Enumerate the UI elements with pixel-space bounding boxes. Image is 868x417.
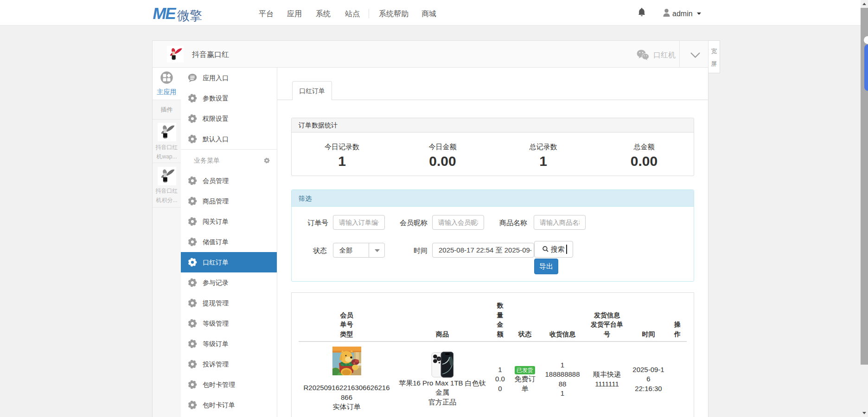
svg-text:ME: ME: [152, 5, 178, 22]
svg-text:微擎: 微擎: [177, 9, 202, 22]
